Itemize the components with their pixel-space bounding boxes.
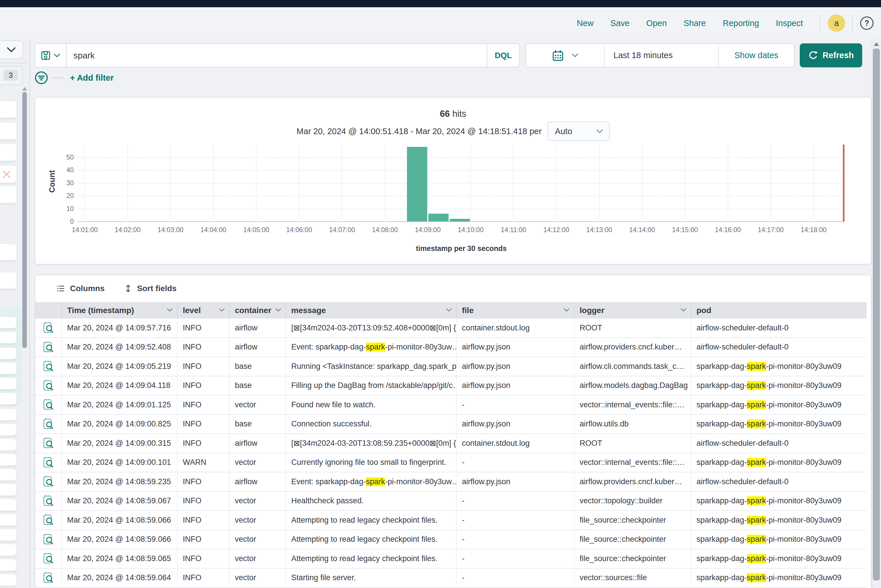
cell-file: airflow.py.json: [457, 415, 574, 434]
field-card[interactable]: [0, 348, 17, 359]
inspect-document-button[interactable]: [35, 511, 62, 530]
table-row[interactable]: Mar 20, 2024 @ 14:09:00.315 INFO airflow…: [35, 434, 866, 453]
histogram-bar[interactable]: [428, 214, 449, 222]
table-row[interactable]: Mar 20, 2024 @ 14:08:59.065 INFO vector …: [35, 549, 866, 568]
inspect-document-button[interactable]: [35, 434, 62, 453]
nav-new[interactable]: New: [577, 18, 594, 28]
inspect-document-button[interactable]: [35, 549, 62, 568]
header-container[interactable]: container: [230, 302, 286, 319]
field-card[interactable]: [0, 499, 17, 511]
nav-share[interactable]: Share: [684, 18, 706, 28]
table-row[interactable]: Mar 20, 2024 @ 14:09:01.125 INFO vector …: [35, 396, 866, 415]
field-card[interactable]: [0, 362, 17, 374]
histogram-bar[interactable]: [407, 147, 427, 222]
chevron-down-icon[interactable]: [219, 308, 225, 312]
inspect-document-button[interactable]: [35, 357, 62, 376]
inspect-document-button[interactable]: [35, 530, 62, 549]
table-row[interactable]: Mar 20, 2024 @ 14:08:59.235 INFO airflow…: [35, 472, 866, 492]
header-pod[interactable]: pod: [691, 302, 866, 319]
field-card[interactable]: [0, 438, 17, 451]
table-row[interactable]: Mar 20, 2024 @ 14:08:59.064 INFO vector …: [35, 568, 866, 588]
inspect-document-button[interactable]: [35, 415, 62, 434]
field-card[interactable]: [0, 144, 17, 161]
cell-container: vector: [230, 492, 286, 510]
collapse-sidebar-button[interactable]: [0, 40, 23, 59]
field-card[interactable]: [0, 377, 17, 389]
date-quick-select-button[interactable]: [526, 44, 605, 67]
query-language-button[interactable]: DQL: [487, 44, 519, 67]
histogram-plot[interactable]: [78, 144, 845, 222]
nav-reporting[interactable]: Reporting: [723, 18, 759, 28]
scrollbar-thumb[interactable]: [873, 49, 880, 580]
inspect-document-button[interactable]: [35, 492, 62, 510]
header-logger[interactable]: logger: [574, 302, 691, 319]
rail-scroll-up-arrow[interactable]: [22, 87, 27, 90]
refresh-button[interactable]: Refresh: [800, 44, 862, 68]
chevron-down-icon[interactable]: [446, 308, 452, 312]
inspect-document-button[interactable]: [35, 338, 62, 357]
cell-file: -: [457, 530, 574, 549]
header-level[interactable]: level: [177, 302, 230, 319]
nav-save[interactable]: Save: [610, 18, 629, 28]
histogram-bar[interactable]: [450, 219, 470, 222]
chevron-down-icon[interactable]: [680, 308, 687, 312]
field-card[interactable]: [0, 514, 17, 526]
chevron-down-icon[interactable]: [167, 308, 173, 312]
close-icon[interactable]: [2, 170, 11, 178]
time-range-display[interactable]: Last 18 minutes: [605, 44, 718, 67]
inspect-document-button[interactable]: [35, 319, 62, 338]
cell-logger: vector::topology::builder: [574, 492, 691, 510]
search-input[interactable]: spark: [66, 44, 487, 67]
table-row[interactable]: Mar 20, 2024 @ 14:08:59.066 INFO vector …: [35, 511, 866, 530]
field-card[interactable]: [0, 408, 17, 421]
field-card[interactable]: [0, 316, 17, 328]
field-card[interactable]: [0, 186, 17, 203]
field-card[interactable]: [0, 393, 17, 405]
show-dates-button[interactable]: Show dates: [718, 44, 794, 67]
filter-icon[interactable]: [35, 71, 48, 84]
field-card[interactable]: [0, 423, 17, 436]
inspect-document-button[interactable]: [35, 376, 62, 395]
scrollbar-up-arrow[interactable]: [874, 42, 879, 46]
columns-button[interactable]: Columns: [57, 284, 105, 293]
header-file[interactable]: file: [457, 302, 574, 319]
chevron-down-icon[interactable]: [275, 308, 281, 312]
field-card[interactable]: [0, 100, 17, 118]
rail-scrollbar[interactable]: [22, 92, 27, 348]
inspect-document-button[interactable]: [35, 453, 62, 472]
field-card[interactable]: [0, 272, 17, 289]
field-card[interactable]: [0, 529, 17, 541]
help-icon[interactable]: ?: [860, 16, 873, 30]
table-row[interactable]: Mar 20, 2024 @ 14:09:05.219 INFO base Ru…: [35, 357, 866, 376]
field-card[interactable]: [0, 454, 17, 466]
field-card[interactable]: [0, 244, 17, 261]
header-time[interactable]: Time (timestamp): [62, 302, 177, 319]
header-message[interactable]: message: [286, 302, 457, 319]
field-card[interactable]: [0, 574, 17, 586]
nav-inspect[interactable]: Inspect: [776, 18, 803, 28]
field-card[interactable]: [0, 559, 17, 571]
saved-query-menu-button[interactable]: [35, 44, 66, 67]
table-row[interactable]: Mar 20, 2024 @ 14:09:00.101 WARN vector …: [35, 453, 866, 472]
chevron-down-icon[interactable]: [564, 308, 570, 312]
table-row[interactable]: Mar 20, 2024 @ 14:08:59.066 INFO vector …: [35, 530, 866, 549]
sort-fields-button[interactable]: Sort fields: [124, 284, 177, 293]
inspect-document-button[interactable]: [35, 396, 62, 414]
inspect-document-button[interactable]: [35, 472, 62, 491]
avatar[interactable]: a: [828, 15, 845, 32]
field-card[interactable]: [0, 122, 17, 140]
add-filter-button[interactable]: + Add filter: [70, 73, 114, 82]
table-row[interactable]: Mar 20, 2024 @ 14:09:04.118 INFO base Fi…: [35, 376, 866, 396]
inspect-document-button[interactable]: [35, 568, 62, 587]
table-row[interactable]: Mar 20, 2024 @ 14:09:57.716 INFO airflow…: [35, 319, 866, 338]
table-row[interactable]: Mar 20, 2024 @ 14:09:52.408 INFO airflow…: [35, 338, 866, 357]
field-card[interactable]: [0, 544, 17, 556]
field-card[interactable]: [0, 332, 17, 344]
field-card[interactable]: [0, 484, 17, 496]
table-row[interactable]: Mar 20, 2024 @ 14:08:59.067 INFO vector …: [35, 492, 866, 511]
refresh-label: Refresh: [822, 51, 854, 60]
table-row[interactable]: Mar 20, 2024 @ 14:09:00.825 INFO base Co…: [35, 415, 866, 434]
field-card[interactable]: [0, 469, 17, 481]
nav-open[interactable]: Open: [646, 18, 667, 28]
interval-select[interactable]: Auto: [547, 122, 610, 141]
